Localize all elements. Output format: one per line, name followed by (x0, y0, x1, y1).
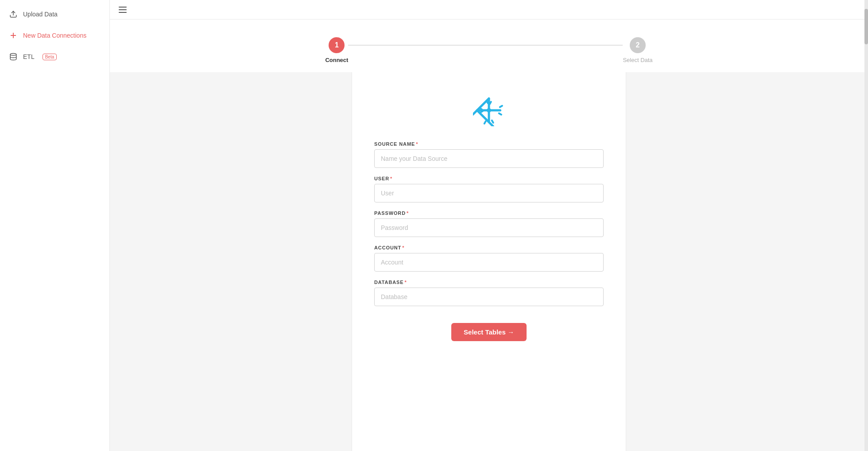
upload-icon (9, 10, 18, 19)
sidebar: Upload Data New Data Connections ETL Bet… (0, 0, 110, 451)
select-tables-button[interactable]: Select Tables → (451, 323, 527, 341)
source-name-input[interactable] (374, 149, 604, 168)
plus-icon (9, 31, 18, 40)
svg-rect-11 (483, 120, 487, 125)
scrollbar-thumb[interactable] (864, 9, 868, 44)
field-group-account: ACCOUNT* (374, 245, 604, 272)
step-container: 1 Connect 2 Select Data (325, 37, 652, 63)
step-connect: 1 Connect (325, 37, 348, 63)
user-label: USER* (374, 176, 604, 181)
step-select-data-circle: 2 (630, 37, 646, 53)
svg-rect-6 (477, 109, 501, 112)
password-input[interactable] (374, 218, 604, 237)
hamburger-line-1 (119, 7, 127, 8)
password-label: PASSWORD* (374, 210, 604, 216)
user-required: * (390, 176, 392, 181)
sidebar-item-upload-data-label: Upload Data (23, 11, 58, 18)
form-card: SOURCE NAME* USER* PASSWORD* (352, 72, 626, 451)
field-group-user: USER* (374, 176, 604, 202)
sidebar-item-new-data-connections-label: New Data Connections (23, 32, 86, 39)
sidebar-item-etl[interactable]: ETL Beta (0, 46, 109, 67)
main-content: 1 Connect 2 Select Data (110, 0, 868, 451)
account-label: ACCOUNT* (374, 245, 604, 250)
hamburger-line-2 (119, 9, 127, 10)
layers-icon (9, 52, 18, 61)
topbar (110, 0, 868, 19)
svg-point-3 (10, 54, 16, 56)
step-select-data-number: 2 (636, 41, 640, 49)
step-connect-label: Connect (325, 57, 348, 63)
snowflake-icon (473, 94, 505, 128)
step-connect-number: 1 (335, 41, 339, 49)
step-line (348, 45, 623, 46)
database-required: * (405, 280, 407, 285)
source-name-required: * (416, 141, 418, 147)
wizard-steps: 1 Connect 2 Select Data (110, 19, 868, 72)
sidebar-item-upload-data[interactable]: Upload Data (0, 4, 109, 25)
user-input[interactable] (374, 184, 604, 202)
source-name-label: SOURCE NAME* (374, 141, 604, 147)
step-select-data-label: Select Data (623, 57, 652, 63)
account-input[interactable] (374, 253, 604, 272)
field-group-source-name: SOURCE NAME* (374, 141, 604, 168)
hamburger-line-3 (119, 12, 127, 13)
step-select-data: 2 Select Data (623, 37, 652, 63)
step-connect-circle: 1 (329, 37, 345, 53)
sidebar-item-new-data-connections[interactable]: New Data Connections (0, 25, 109, 46)
field-group-database: DATABASE* (374, 280, 604, 306)
field-group-password: PASSWORD* (374, 210, 604, 237)
svg-rect-16 (498, 112, 503, 116)
password-required: * (407, 210, 409, 216)
form-area: SOURCE NAME* USER* PASSWORD* (110, 72, 868, 451)
database-label: DATABASE* (374, 280, 604, 285)
account-required: * (402, 245, 404, 250)
select-tables-label: Select Tables → (464, 328, 514, 336)
hamburger-button[interactable] (117, 5, 128, 15)
svg-rect-15 (499, 105, 504, 108)
database-input[interactable] (374, 288, 604, 306)
etl-beta-badge: Beta (43, 54, 57, 60)
sidebar-item-etl-label: ETL (23, 53, 35, 60)
scrollbar-track (864, 0, 868, 451)
